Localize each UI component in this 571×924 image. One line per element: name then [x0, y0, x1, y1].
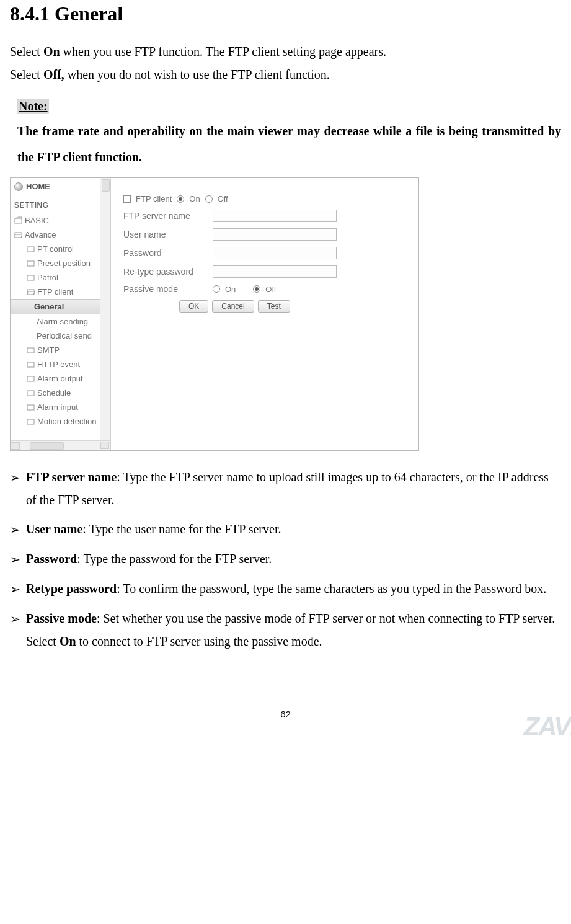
text: Select [10, 68, 43, 81]
folder-open-icon [27, 288, 35, 296]
svg-rect-2 [27, 247, 34, 252]
label: Alarm input [37, 402, 78, 412]
label: Periodical send [37, 331, 92, 340]
sidebar-item-general[interactable]: General [11, 299, 110, 314]
bullet-text: to connect to FTP server using the passi… [76, 634, 322, 648]
scroll-thumb[interactable] [102, 179, 110, 192]
label: SMTP [37, 345, 60, 355]
password-input[interactable] [213, 247, 337, 259]
folder-closed-icon [27, 259, 35, 267]
watermark-logo: ZAVI [523, 712, 571, 742]
bold-on: On [60, 634, 76, 648]
note-block: Note: The frame rate and operability on … [17, 99, 561, 170]
ftp-server-name-label: FTP server name [123, 211, 208, 221]
cancel-button[interactable]: Cancel [212, 300, 254, 313]
radio-off[interactable] [205, 195, 213, 203]
intro-line-2: Select Off, when you do not wish to use … [10, 63, 561, 86]
triangle-bullet-icon: ➢ [10, 466, 26, 489]
svg-rect-3 [27, 261, 34, 266]
bullet-text: : Type the password for the FTP server. [77, 552, 272, 566]
horizontal-scrollbar[interactable] [11, 440, 110, 450]
sidebar-item-schedule[interactable]: Schedule [13, 386, 110, 400]
triangle-bullet-icon: ➢ [10, 607, 26, 631]
label: BASIC [25, 216, 49, 225]
home-label: HOME [26, 182, 50, 191]
passive-mode-label: Passive mode [123, 284, 208, 294]
label: PT control [37, 244, 74, 254]
svg-rect-0 [15, 218, 22, 223]
embedded-screenshot: HOME SETTING BASIC Advance PT control [10, 177, 419, 451]
passive-off-radio[interactable] [253, 285, 260, 293]
sidebar-item-basic[interactable]: BASIC [13, 213, 110, 228]
svg-rect-9 [27, 391, 34, 396]
svg-rect-11 [27, 419, 34, 424]
folder-closed-icon [27, 389, 35, 397]
folder-closed-icon [27, 273, 35, 282]
folder-closed-icon [27, 417, 35, 425]
svg-rect-4 [27, 275, 34, 280]
sidebar-item-http-event[interactable]: HTTP event [13, 357, 110, 371]
on-label: On [225, 285, 236, 294]
retype-password-input[interactable] [213, 265, 337, 278]
label: FTP client [37, 287, 73, 296]
label: General [34, 302, 64, 311]
folder-closed-icon [27, 375, 35, 383]
bold-on: On [43, 45, 60, 58]
on-label: On [189, 194, 200, 203]
label: Advance [25, 230, 56, 239]
folder-closed-icon [14, 216, 22, 224]
ftp-server-name-input[interactable] [213, 210, 337, 222]
bullet-passive-mode: ➢ Passive mode: Set whether you use the … [10, 607, 561, 653]
bullet-label: FTP server name [26, 470, 117, 484]
sidebar-item-alarm-output[interactable]: Alarm output [13, 371, 110, 386]
bullet-text: : Type the user name for the FTP server. [82, 522, 281, 536]
label: Patrol [37, 273, 58, 282]
sidebar-item-periodical-send[interactable]: Periodical send [13, 329, 110, 343]
folder-closed-icon [27, 346, 35, 354]
sidebar-setting-header: SETTING [11, 196, 110, 213]
bullet-label: Password [26, 552, 77, 566]
bullet-ftp-server-name: ➢ FTP server name: Type the FTP server n… [10, 466, 561, 512]
vertical-scrollbar[interactable] [100, 178, 110, 450]
note-label: Note: [17, 99, 49, 114]
sidebar-item-pt-control[interactable]: PT control [13, 242, 110, 256]
sidebar-item-smtp[interactable]: SMTP [13, 343, 110, 357]
label: HTTP event [37, 360, 80, 369]
text: Select [10, 45, 43, 58]
scroll-left-icon[interactable] [11, 442, 20, 450]
svg-rect-8 [27, 376, 34, 381]
test-button[interactable]: Test [258, 300, 290, 313]
sidebar-item-advance[interactable]: Advance [13, 228, 110, 242]
sidebar-home[interactable]: HOME [11, 179, 110, 196]
sidebar-item-patrol[interactable]: Patrol [13, 270, 110, 285]
bold-off: Off, [43, 68, 64, 81]
password-label: Password [123, 248, 208, 258]
ok-button[interactable]: OK [179, 300, 208, 313]
label: Schedule [37, 388, 71, 398]
user-name-label: User name [123, 229, 208, 239]
radio-on[interactable] [177, 195, 184, 203]
bullet-label: Passive mode [26, 611, 97, 625]
checkbox-icon[interactable] [123, 195, 131, 203]
intro-line-1: Select On when you use FTP function. The… [10, 40, 561, 63]
ftp-client-label: FTP client [136, 194, 172, 203]
label: Motion detection [37, 417, 96, 426]
sidebar-item-alarm-sending[interactable]: Alarm sending [13, 314, 110, 329]
text: when you do not wish to use the FTP clie… [64, 68, 330, 81]
off-label: Off [218, 194, 228, 203]
retype-password-label: Re-type password [123, 267, 208, 277]
globe-icon [14, 182, 23, 191]
page-number: 62 [10, 709, 561, 719]
user-name-input[interactable] [213, 228, 337, 241]
section-heading: 8.4.1 General [10, 2, 561, 25]
sidebar-item-preset-position[interactable]: Preset position [13, 256, 110, 270]
triangle-bullet-icon: ➢ [10, 577, 26, 601]
folder-closed-icon [27, 360, 35, 368]
sidebar-item-motion-detection[interactable]: Motion detection [13, 414, 110, 429]
sidebar-item-ftp-client[interactable]: FTP client [13, 285, 110, 299]
passive-on-radio[interactable] [213, 285, 220, 293]
sidebar-item-alarm-input[interactable]: Alarm input [13, 400, 110, 414]
hscroll-thumb[interactable] [30, 442, 64, 450]
label: Alarm output [37, 374, 83, 383]
scroll-right-icon[interactable] [100, 442, 109, 449]
